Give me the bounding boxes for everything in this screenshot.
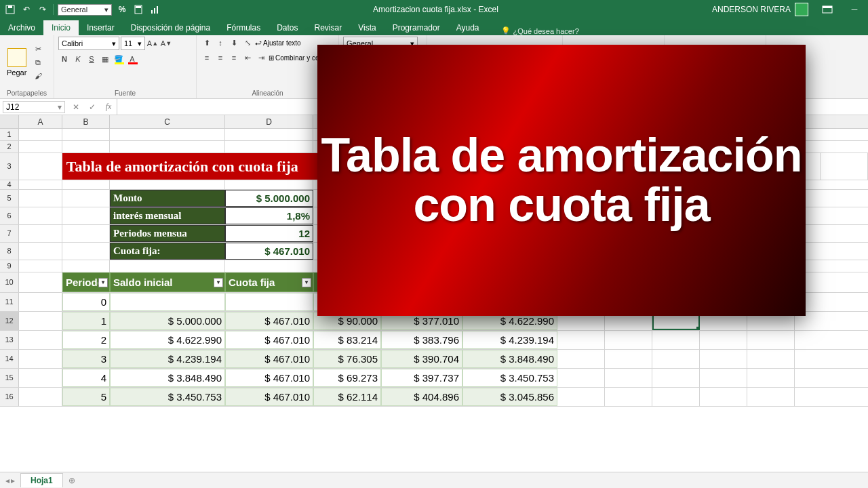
- cell[interactable]: [19, 293, 62, 311]
- save-icon[interactable]: [4, 3, 16, 16]
- cell[interactable]: [62, 207, 110, 224]
- wrap-text-button[interactable]: ⮐Ajustar texto: [255, 39, 301, 47]
- user-account[interactable]: ANDERSON RIVERA: [707, 3, 814, 16]
- row-head[interactable]: 3: [0, 153, 19, 180]
- percent-icon[interactable]: %: [116, 3, 128, 16]
- cell[interactable]: [821, 153, 868, 180]
- sheet-nav-first-icon[interactable]: ◂: [5, 476, 9, 485]
- cell[interactable]: [557, 388, 605, 406]
- fill-color-icon[interactable]: 🪣: [113, 53, 125, 65]
- name-box[interactable]: J12▾: [3, 101, 65, 113]
- cell[interactable]: 12: [225, 225, 313, 242]
- border-icon[interactable]: ▦: [99, 53, 111, 65]
- cell[interactable]: [747, 388, 795, 406]
- align-left-icon[interactable]: ≡: [201, 52, 213, 64]
- cell[interactable]: [225, 180, 313, 189]
- cell[interactable]: Monto: [110, 190, 225, 207]
- cell[interactable]: [19, 225, 62, 242]
- tab-archivo[interactable]: Archivo: [0, 20, 43, 35]
- decrease-indent-icon[interactable]: ⇤: [241, 52, 254, 64]
- cell[interactable]: $ 5.000.000: [110, 312, 225, 330]
- chart-icon[interactable]: [149, 3, 161, 16]
- cell[interactable]: $ 404.896: [381, 388, 462, 406]
- sheet-tab-hoja1[interactable]: Hoja1: [20, 473, 63, 487]
- cell[interactable]: Cuota fija:: [110, 243, 225, 260]
- select-all-corner[interactable]: [0, 115, 19, 128]
- cell[interactable]: [110, 260, 225, 272]
- align-bottom-icon[interactable]: ⬇: [228, 37, 240, 49]
- tab-insertar[interactable]: Insertar: [79, 20, 123, 35]
- cell[interactable]: [19, 350, 62, 368]
- tab-vista[interactable]: Vista: [350, 20, 384, 35]
- cell[interactable]: Periodo▾: [62, 272, 110, 292]
- filter-dropdown-icon[interactable]: ▾: [98, 278, 108, 287]
- cell[interactable]: [652, 388, 700, 406]
- cell[interactable]: [652, 350, 700, 368]
- cell[interactable]: $ 83.214: [313, 331, 381, 349]
- cell[interactable]: [652, 369, 700, 387]
- tab-programador[interactable]: Programador: [384, 20, 448, 35]
- cell[interactable]: [557, 369, 605, 387]
- qat-number-format[interactable]: General▾: [58, 4, 112, 16]
- cell[interactable]: [225, 141, 313, 152]
- cell[interactable]: [19, 369, 62, 387]
- cell[interactable]: $ 3.450.753: [110, 388, 225, 406]
- cell[interactable]: [557, 331, 605, 349]
- row-head[interactable]: 16: [0, 388, 19, 406]
- cell[interactable]: $ 397.737: [381, 369, 462, 387]
- cell[interactable]: [62, 129, 110, 140]
- cell[interactable]: $ 4.239.194: [462, 331, 557, 349]
- cell[interactable]: [19, 312, 62, 330]
- font-color-icon[interactable]: A: [126, 53, 138, 65]
- cell[interactable]: 5: [62, 388, 110, 406]
- col-head-a[interactable]: A: [19, 115, 62, 128]
- cell[interactable]: $ 76.305: [313, 350, 381, 368]
- ribbon-options-icon[interactable]: [814, 0, 841, 19]
- cell[interactable]: [747, 369, 795, 387]
- align-middle-icon[interactable]: ↕: [214, 37, 226, 49]
- cell[interactable]: [110, 293, 225, 311]
- filter-dropdown-icon[interactable]: ▾: [302, 278, 311, 287]
- cell[interactable]: [110, 180, 225, 189]
- cell[interactable]: $ 4.622.990: [110, 331, 225, 349]
- cell[interactable]: [62, 243, 110, 260]
- increase-font-icon[interactable]: A▲: [146, 37, 159, 49]
- cell[interactable]: [62, 141, 110, 152]
- filter-dropdown-icon[interactable]: ▾: [214, 278, 223, 287]
- row-head[interactable]: 5: [0, 190, 19, 207]
- cut-icon[interactable]: ✂: [32, 43, 44, 55]
- cell[interactable]: [605, 350, 652, 368]
- cell[interactable]: [62, 180, 110, 189]
- cell[interactable]: [62, 260, 110, 272]
- tab-ayuda[interactable]: Ayuda: [448, 20, 488, 35]
- orientation-icon[interactable]: ⤡: [241, 37, 254, 49]
- cell[interactable]: 2: [62, 331, 110, 349]
- cell[interactable]: [605, 369, 652, 387]
- row-head[interactable]: 12: [0, 312, 19, 330]
- tab-layout[interactable]: Disposición de página: [123, 20, 218, 35]
- row-head[interactable]: 8: [0, 243, 19, 260]
- align-top-icon[interactable]: ⬆: [201, 37, 213, 49]
- cell[interactable]: $ 383.796: [381, 331, 462, 349]
- cell[interactable]: $ 467.010: [225, 369, 313, 387]
- sheet-nav-last-icon[interactable]: ▸: [11, 476, 15, 485]
- decrease-font-icon[interactable]: A▼: [160, 37, 172, 49]
- underline-icon[interactable]: S: [85, 53, 98, 65]
- cell[interactable]: $ 5.000.000: [225, 190, 313, 207]
- increase-indent-icon[interactable]: ⇥: [255, 52, 267, 64]
- tell-me-search[interactable]: 💡 ¿Qué desea hacer?: [501, 26, 579, 35]
- col-head-c[interactable]: C: [110, 115, 225, 128]
- format-painter-icon[interactable]: 🖌: [32, 70, 44, 82]
- cell[interactable]: $ 390.704: [381, 350, 462, 368]
- cell[interactable]: [747, 331, 795, 349]
- cell[interactable]: [19, 243, 62, 260]
- cell[interactable]: [19, 129, 62, 140]
- col-head-b[interactable]: B: [62, 115, 110, 128]
- cell[interactable]: $ 3.848.490: [462, 350, 557, 368]
- cell[interactable]: 1: [62, 312, 110, 330]
- cell[interactable]: $ 3.450.753: [462, 369, 557, 387]
- cell[interactable]: [19, 388, 62, 406]
- cell[interactable]: [652, 331, 700, 349]
- cell[interactable]: [19, 272, 62, 292]
- align-center-icon[interactable]: ≡: [214, 52, 226, 64]
